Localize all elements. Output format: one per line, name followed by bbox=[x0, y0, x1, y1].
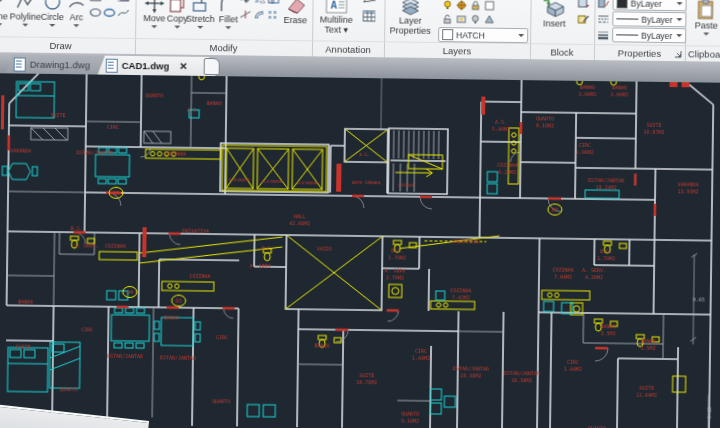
hatch-tool-icon[interactable] bbox=[117, 0, 130, 3]
new-tab-icon[interactable] bbox=[204, 58, 220, 75]
room-label: QUARTO bbox=[59, 386, 77, 392]
room-label: COZINHA bbox=[450, 287, 471, 293]
room-label: BANHO bbox=[207, 100, 222, 106]
spline-tool-icon[interactable] bbox=[116, 7, 129, 19]
line-dropdown-caret[interactable] bbox=[0, 23, 2, 26]
screen-tilt-wrapper: Line Polyline Circle bbox=[0, 0, 720, 428]
layer-select-dropdown[interactable]: HATCH bbox=[438, 27, 528, 43]
ellipse-arc-tool-icon[interactable] bbox=[102, 7, 115, 19]
dimension-text: 9.65 bbox=[706, 407, 712, 419]
room-label: PRIVATIVA bbox=[452, 238, 479, 244]
room-label: 3.00M2 bbox=[578, 91, 596, 97]
layer-on-icon[interactable] bbox=[440, 0, 453, 11]
rectangle-tool-icon[interactable] bbox=[89, 0, 102, 3]
offset-tool-icon[interactable] bbox=[252, 9, 265, 21]
room-label: QUARTO bbox=[212, 398, 230, 404]
paste-dropdown-caret[interactable] bbox=[703, 32, 709, 35]
ellipse-tool-icon[interactable] bbox=[88, 6, 101, 18]
object-color-dropdown[interactable]: ByLayer bbox=[613, 0, 687, 11]
multiline-text-label: Multiline Text bbox=[320, 14, 353, 34]
tab-drawing1[interactable]: Drawing1.dwg bbox=[6, 54, 112, 74]
layer-dropdown-caret bbox=[518, 34, 524, 37]
erase-button[interactable]: Erase bbox=[277, 0, 314, 25]
lineweight-dropdown-caret bbox=[676, 18, 682, 21]
erase-icon bbox=[284, 0, 306, 15]
tab-drawing1-label: Drawing1.dwg bbox=[30, 59, 90, 71]
layer-lock-icon[interactable] bbox=[468, 0, 481, 12]
layers-panel-title[interactable]: Layers bbox=[384, 41, 530, 59]
copy-dropdown-caret[interactable] bbox=[174, 26, 180, 29]
layer-properties-icon bbox=[398, 0, 422, 17]
room-label: B.S. bbox=[71, 225, 83, 231]
fillet-dropdown-caret[interactable] bbox=[225, 26, 231, 29]
room-label: 13.93M2 bbox=[678, 188, 699, 194]
layer-freeze-icon[interactable] bbox=[454, 0, 467, 11]
room-label: VARANDA bbox=[678, 181, 699, 187]
layer-isolate-icon[interactable] bbox=[454, 13, 467, 25]
stretch-dropdown-caret[interactable] bbox=[197, 26, 203, 29]
room-label: 18.24M2 bbox=[596, 184, 617, 190]
polyline-dropdown-caret[interactable] bbox=[22, 24, 28, 27]
circle-dropdown-caret[interactable] bbox=[49, 24, 55, 27]
room-label: 6.29M2 bbox=[498, 169, 516, 175]
match-properties-icon[interactable] bbox=[597, 0, 610, 9]
room-label: B.S. bbox=[391, 247, 403, 253]
room-label: CIRC bbox=[216, 334, 228, 340]
drawing-viewport[interactable]: QUARTOBANHOA.S.SUITECIRCVARANDAESTAR/JAN… bbox=[0, 73, 720, 428]
room-label: 7.42M2 bbox=[452, 294, 470, 300]
lineweight-list-icon[interactable] bbox=[596, 29, 609, 41]
room-label: SUITE bbox=[646, 122, 661, 128]
layer-properties-button[interactable]: Layer Properties bbox=[386, 0, 435, 36]
layer-match-icon[interactable] bbox=[482, 14, 495, 26]
draw-panel-title[interactable]: Draw bbox=[0, 36, 135, 54]
annotation-panel-title[interactable]: Annotation bbox=[312, 40, 384, 57]
create-block-tool-icon[interactable] bbox=[577, 0, 590, 9]
unit-bubble-number: 06 bbox=[552, 207, 559, 213]
room-label: CIRC bbox=[415, 348, 427, 354]
insert-button[interactable]: Insert bbox=[534, 0, 575, 29]
edit-block-tool-icon[interactable] bbox=[576, 13, 589, 25]
room-label: 1.44M2 bbox=[412, 355, 430, 361]
arc-dropdown-caret[interactable] bbox=[73, 24, 79, 27]
layer-color-icon[interactable] bbox=[482, 0, 495, 12]
close-tab-icon[interactable]: ✕ bbox=[179, 61, 188, 72]
tab-cad1[interactable]: CAD1.dwg ✕ bbox=[98, 56, 216, 77]
room-label: A.S. bbox=[495, 119, 507, 125]
layer-unlock-icon[interactable] bbox=[440, 13, 453, 25]
room-label: ELEVADOR bbox=[297, 180, 318, 185]
room-label: BANHO bbox=[601, 323, 616, 329]
block-panel-title[interactable]: Block bbox=[530, 43, 594, 60]
room-label: ESTAR/JANTAR bbox=[76, 149, 113, 155]
lineweight-dropdown[interactable]: ByLayer bbox=[612, 11, 686, 27]
properties-launcher-icon[interactable] bbox=[674, 50, 682, 58]
layer-off-icon[interactable] bbox=[468, 13, 481, 25]
move-dropdown-caret[interactable] bbox=[151, 25, 157, 28]
dwg-file-icon bbox=[106, 58, 118, 72]
room-label: 10.76M2 bbox=[356, 379, 377, 385]
clipboard-panel-title[interactable]: Clipboard bbox=[685, 45, 720, 62]
linetype-dropdown[interactable]: ByLayer bbox=[612, 27, 686, 43]
arc-icon bbox=[66, 0, 86, 12]
linetype-list-icon[interactable] bbox=[596, 13, 609, 25]
insert-icon bbox=[542, 0, 566, 19]
room-label: COZINHA bbox=[165, 150, 186, 156]
rotate-tool-icon[interactable] bbox=[239, 0, 252, 5]
paste-button[interactable]: Paste bbox=[688, 0, 720, 36]
ribbon-panel-properties: ByLayer ByLayer ByLayer Properties bbox=[594, 0, 687, 61]
mirror-tool-icon[interactable] bbox=[253, 0, 266, 5]
multiline-text-button[interactable]: A Multiline Text ▾ bbox=[314, 0, 359, 35]
point-tool-icon[interactable] bbox=[103, 0, 116, 3]
paste-icon bbox=[696, 0, 716, 21]
room-label: 1.06M2 bbox=[576, 149, 594, 155]
room-label: SUITE bbox=[15, 344, 30, 350]
dimension-tool-icon[interactable] bbox=[363, 0, 376, 4]
properties-panel-title[interactable]: Properties bbox=[594, 44, 685, 61]
table-tool-icon[interactable] bbox=[362, 10, 375, 22]
room-label: QUARTO bbox=[145, 92, 163, 98]
room-label: QUARTO bbox=[401, 411, 419, 417]
room-label: 5.40M2 bbox=[492, 126, 510, 132]
trim-tool-icon[interactable] bbox=[238, 8, 251, 20]
room-label: 42.66M2 bbox=[289, 220, 310, 226]
room-label: COZINHA bbox=[189, 273, 210, 279]
fillet-icon bbox=[218, 0, 238, 14]
